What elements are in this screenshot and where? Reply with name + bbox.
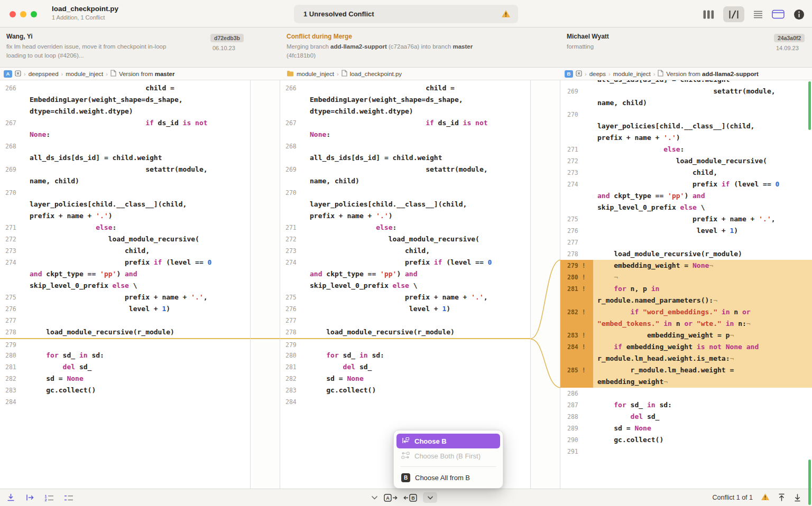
branch-b-label: add-llama2-support (702, 71, 759, 77)
svg-text:2: 2 (45, 498, 47, 502)
branch-a-name: master (453, 43, 473, 50)
choose-both-icon (401, 452, 410, 461)
merge-down-icon[interactable] (6, 493, 15, 502)
columns-layout-icon[interactable] (703, 10, 714, 19)
breadcrumb-item-module-inject[interactable]: module_inject (297, 71, 334, 77)
info-icon[interactable] (793, 9, 805, 20)
change-list-icon[interactable] (64, 494, 73, 502)
breadcrumb-bar: A › deepspeed › module_inject › Version … (0, 68, 812, 80)
menu-item-label: Choose All from B (415, 474, 470, 482)
code-line: name, child) (0, 175, 250, 187)
code-line: skip_level_0_prefix else \ (280, 280, 530, 292)
code-line: 282sd = None (0, 373, 250, 385)
code-line: 267if ds_id is not (0, 117, 250, 129)
breadcrumb-file-merged[interactable]: load_checkpoint.py (350, 71, 402, 77)
code-line: 285!r_module.lm_head.weight = (560, 364, 812, 376)
change-block-icon (15, 70, 21, 78)
zoom-button[interactable] (31, 11, 37, 17)
merge-direction-icon[interactable] (25, 493, 34, 502)
code-line: 275prefix + name + '.', (280, 292, 530, 303)
breadcrumb-item-deepspeed[interactable]: deepspeed (29, 71, 59, 77)
previous-conflict-icon[interactable] (778, 493, 786, 502)
window-title: load_checkpoint.py (52, 5, 118, 13)
breadcrumb-item-module-inject[interactable]: module_inject (66, 71, 103, 77)
code-line: 283gc.collect() (280, 385, 530, 396)
commit-message-a-line1: fix lm head overriden issue, move it fro… (6, 43, 166, 50)
code-line: 271else: (560, 144, 812, 155)
breadcrumb-item-module-inject[interactable]: module_inject (613, 71, 651, 77)
code-line: 276level + 1) (280, 303, 530, 315)
unresolved-conflict-pill[interactable]: 1 Unresolved Conflict (294, 5, 518, 23)
code-line: 278load_module_recursive(r_module) (560, 248, 812, 260)
code-line: 266child = (0, 82, 250, 94)
code-line: prefix + name + '.') (280, 210, 530, 222)
code-line: 273child, (280, 245, 530, 257)
menu-item-choose-all-from-b[interactable]: B Choose All from B (396, 470, 500, 485)
code-line: 271else: (0, 222, 250, 233)
version-b-pane[interactable]: all_ds_ids[ds_id] = child.weight269setat… (560, 80, 812, 489)
menu-item-label: Choose B (414, 437, 447, 445)
branch-a-label: master (155, 71, 175, 77)
breadcrumb-item-deeps[interactable]: deeps (589, 71, 606, 77)
merged-pane[interactable]: 266child =EmbeddingLayer(weight_shape=ds… (280, 80, 530, 489)
code-line: 272load_module_recursive( (0, 233, 250, 245)
code-line: 279!embedding_weight = None¬ (560, 260, 812, 271)
code-line: all_ds_ids[ds_id] = child.weight (0, 152, 250, 164)
diff-main-area: 266child =EmbeddingLayer(weight_shape=ds… (0, 80, 812, 489)
code-line: 284!if embedding_weight is not None and (560, 341, 812, 353)
breadcrumb-file-a[interactable]: Version from master (119, 71, 174, 77)
code-line: 268 (280, 140, 530, 152)
numbered-list-icon[interactable]: 12 (44, 494, 54, 502)
commit-hash-badge-a[interactable]: d72edb3b (210, 34, 244, 42)
chevron-separator-icon: › (585, 71, 587, 77)
commit-info-b: Michael Wyatt formatting 24a3a0f2 14.09.… (560, 27, 812, 67)
code-line: 284 (280, 396, 530, 408)
version-a-pane[interactable]: 266child =EmbeddingLayer(weight_shape=ds… (0, 80, 250, 489)
document-icon (342, 70, 347, 78)
code-line: 272load_module_recursive( (280, 233, 530, 245)
menu-item-choose-b[interactable]: Choose B (396, 434, 500, 448)
conflict-title: Conflict during Merge (287, 33, 554, 40)
code-line: 276level + 1) (560, 225, 812, 237)
window-icon[interactable] (772, 10, 785, 19)
minimize-button[interactable] (20, 11, 26, 17)
code-line: 288del sd_ (560, 411, 812, 423)
code-line: 270 (280, 187, 530, 199)
commit-info-bar: Wang, Yi fix lm head overriden issue, mo… (0, 27, 812, 68)
conflict-pill-label: 1 Unresolved Conflict (303, 5, 374, 23)
next-conflict-icon[interactable] (793, 493, 801, 502)
svg-text:A: A (386, 495, 390, 501)
code-line: all_ds_ids[ds_id] = child.weight (560, 80, 812, 86)
toolbar-icons (703, 6, 805, 23)
statusbar-left-icons: 12 (6, 489, 73, 506)
commit-hash-badge-b[interactable]: 24a3a0f2 (774, 34, 805, 42)
code-line: all_ds_ids[ds_id] = child.weight (280, 152, 530, 164)
code-line: 280for sd_ in sd: (0, 350, 250, 361)
branch-a-hash: (4fc181b0) (287, 52, 316, 59)
chevron-separator-icon: › (106, 71, 108, 77)
code-line: layer_policies[child.__class__](child, (560, 120, 812, 132)
push-a-icon[interactable]: A (384, 493, 398, 502)
menu-item-choose-both[interactable]: Choose Both (B First) (396, 448, 500, 463)
code-line: 277 (560, 237, 812, 248)
scrollbar-change-marker-bottom[interactable] (808, 460, 811, 505)
commit-date-a: 06.10.23 (210, 45, 244, 51)
code-line: 278load_module_recursive(r_module) (280, 326, 530, 338)
list-view-icon[interactable] (753, 11, 763, 18)
commit-message-a-line2: loading to out loop (#4206)... (6, 52, 84, 59)
code-line: 268 (0, 140, 250, 152)
breadcrumb-file-b[interactable]: Version from add-llama2-support (666, 71, 758, 77)
code-line: dtype=child.weight.dtype) (280, 106, 530, 117)
version-b-badge: B (565, 70, 573, 78)
chevron-down-icon[interactable] (371, 495, 378, 500)
close-button[interactable] (10, 11, 16, 17)
scrollbar-change-marker-top[interactable] (808, 81, 811, 130)
code-line: 280for sd_ in sd: (280, 350, 530, 361)
conflict-resolution-menu: Choose B Choose Both (B First) B Choose … (393, 430, 503, 489)
merge-view-icon[interactable] (723, 6, 744, 22)
merge-description: Merging branch add-llama2-support (c72aa… (287, 42, 482, 60)
change-block-icon (576, 70, 582, 78)
choose-action-dropdown[interactable] (423, 492, 437, 503)
pull-b-icon[interactable]: B (403, 493, 417, 502)
code-line: 287for sd_ in sd: (560, 399, 812, 411)
